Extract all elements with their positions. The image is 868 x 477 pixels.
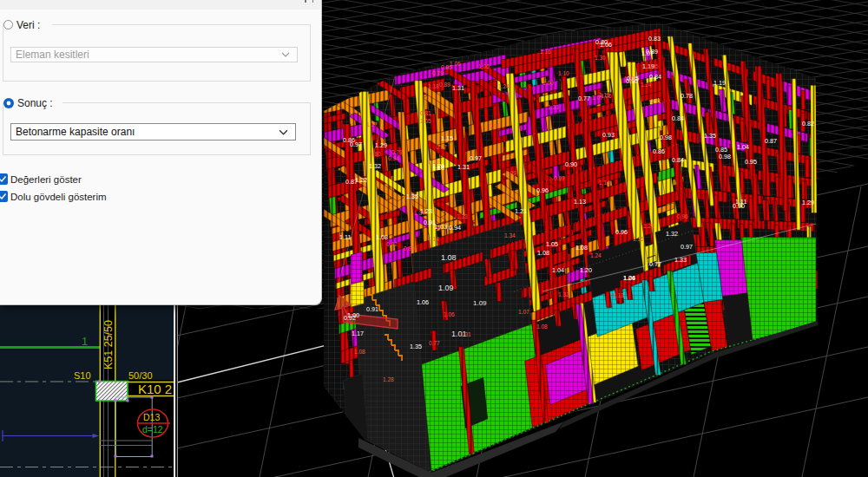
svg-text:0.81: 0.81	[420, 110, 431, 116]
svg-text:1.05: 1.05	[546, 240, 558, 248]
svg-text:1.33: 1.33	[624, 75, 635, 82]
svg-text:1.09: 1.09	[438, 284, 454, 292]
svg-text:1.18: 1.18	[428, 83, 439, 89]
svg-text:1.14: 1.14	[428, 236, 439, 242]
svg-text:1.08: 1.08	[441, 253, 457, 262]
svg-text:1.05: 1.05	[648, 63, 659, 69]
svg-text:0.95: 0.95	[745, 158, 757, 166]
svg-text:0.84: 0.84	[649, 73, 661, 81]
svg-text:0.79: 0.79	[432, 70, 444, 76]
svg-text:d=12: d=12	[142, 424, 163, 435]
svg-text:1.13: 1.13	[428, 159, 439, 165]
svg-text:0.86: 0.86	[441, 64, 452, 70]
svg-text:S10: S10	[74, 370, 91, 381]
svg-text:0.92: 0.92	[386, 241, 398, 247]
svg-text:1.28: 1.28	[383, 376, 394, 382]
svg-text:0.86: 0.86	[343, 136, 355, 144]
svg-text:1.06: 1.06	[417, 298, 429, 306]
svg-text:1.34: 1.34	[414, 210, 425, 216]
svg-text:1.13: 1.13	[613, 292, 624, 298]
svg-text:1.04: 1.04	[552, 266, 564, 274]
svg-text:1.35: 1.35	[633, 236, 644, 242]
svg-text:1.32: 1.32	[369, 162, 381, 170]
svg-text:0.97: 0.97	[681, 243, 693, 251]
svg-text:0.90: 0.90	[565, 160, 577, 168]
svg-text:K10 2: K10 2	[138, 382, 172, 396]
svg-text:1.11: 1.11	[339, 233, 351, 241]
svg-text:1.06: 1.06	[444, 311, 455, 317]
svg-text:1.08: 1.08	[537, 249, 549, 257]
svg-text:1.33: 1.33	[548, 104, 559, 110]
svg-text:1.17: 1.17	[352, 330, 364, 337]
svg-text:0.96: 0.96	[615, 228, 628, 236]
svg-text:1.06: 1.06	[478, 63, 490, 69]
svg-text:1.08: 1.08	[376, 233, 388, 241]
svg-text:0.82: 0.82	[802, 120, 814, 127]
svg-text:1.05: 1.05	[420, 118, 431, 124]
svg-text:0.93: 0.93	[602, 131, 615, 139]
svg-text:0.96: 0.96	[536, 186, 549, 194]
svg-text:0.87: 0.87	[436, 144, 447, 150]
svg-text:1.29: 1.29	[375, 141, 387, 149]
svg-text:1.31: 1.31	[457, 163, 470, 171]
svg-text:1.32: 1.32	[558, 291, 569, 297]
svg-text:0.77: 0.77	[578, 95, 590, 102]
svg-text:1.09: 1.09	[473, 299, 487, 307]
svg-text:0.84: 0.84	[672, 156, 684, 164]
svg-text:1.08: 1.08	[354, 349, 365, 355]
svg-text:1.08: 1.08	[536, 323, 548, 330]
svg-text:1.13: 1.13	[574, 198, 586, 206]
svg-text:0.87: 0.87	[765, 137, 777, 145]
svg-text:1.30: 1.30	[595, 55, 606, 61]
svg-text:1.33: 1.33	[674, 256, 687, 264]
svg-text:1.04: 1.04	[623, 274, 635, 282]
svg-text:1.34: 1.34	[504, 232, 516, 238]
svg-text:0.96: 0.96	[677, 213, 688, 219]
svg-text:0.83: 0.83	[648, 35, 661, 42]
svg-text:1.04: 1.04	[737, 143, 749, 151]
svg-text:0.85: 0.85	[715, 146, 727, 154]
svg-text:0.89: 0.89	[646, 48, 658, 56]
svg-text:0.77: 0.77	[429, 340, 440, 346]
svg-text:1.17: 1.17	[366, 121, 378, 127]
svg-text:1.24: 1.24	[498, 83, 510, 89]
svg-text:1.31: 1.31	[460, 331, 471, 337]
svg-text:1.07: 1.07	[518, 309, 529, 315]
svg-text:0.90: 0.90	[404, 245, 415, 252]
svg-text:0.94: 0.94	[388, 155, 399, 161]
svg-text:1.19: 1.19	[713, 79, 726, 87]
svg-text:1.24: 1.24	[641, 82, 652, 88]
svg-text:0.78: 0.78	[681, 92, 693, 100]
svg-text:0.91: 0.91	[650, 98, 661, 104]
svg-text:1.10: 1.10	[558, 70, 569, 76]
svg-text:0.80: 0.80	[370, 151, 381, 157]
svg-text:1.23: 1.23	[643, 223, 654, 229]
svg-text:D13: D13	[143, 412, 160, 422]
svg-text:1.35: 1.35	[410, 343, 422, 350]
svg-text:0.89: 0.89	[439, 82, 450, 88]
svg-text:1.16: 1.16	[540, 49, 551, 55]
svg-text:0.99: 0.99	[554, 175, 565, 181]
svg-text:1.35: 1.35	[704, 132, 716, 140]
svg-text:1.29: 1.29	[802, 199, 814, 206]
svg-text:0.97: 0.97	[470, 154, 482, 162]
svg-text:1.00: 1.00	[347, 311, 359, 319]
svg-text:1.07: 1.07	[592, 95, 603, 101]
svg-text:0.91: 0.91	[366, 305, 378, 313]
svg-text:0.98: 0.98	[660, 134, 672, 141]
svg-text:1.21: 1.21	[515, 207, 527, 215]
svg-text:1.08: 1.08	[575, 244, 588, 252]
svg-text:1.31: 1.31	[452, 84, 464, 92]
svg-text:1.33: 1.33	[457, 213, 468, 219]
svg-text:0.90: 0.90	[733, 202, 745, 210]
svg-text:1.06: 1.06	[600, 41, 612, 49]
svg-text:1.15: 1.15	[441, 134, 453, 142]
svg-text:1.32: 1.32	[666, 230, 678, 238]
svg-text:50/30: 50/30	[128, 370, 153, 381]
svg-text:1.14: 1.14	[599, 180, 610, 186]
svg-text:0.91: 0.91	[489, 123, 500, 129]
svg-text:1.24: 1.24	[590, 252, 602, 258]
svg-text:0.84: 0.84	[672, 114, 684, 122]
svg-text:0.77: 0.77	[649, 260, 661, 268]
svg-text:1.03: 1.03	[434, 223, 448, 231]
